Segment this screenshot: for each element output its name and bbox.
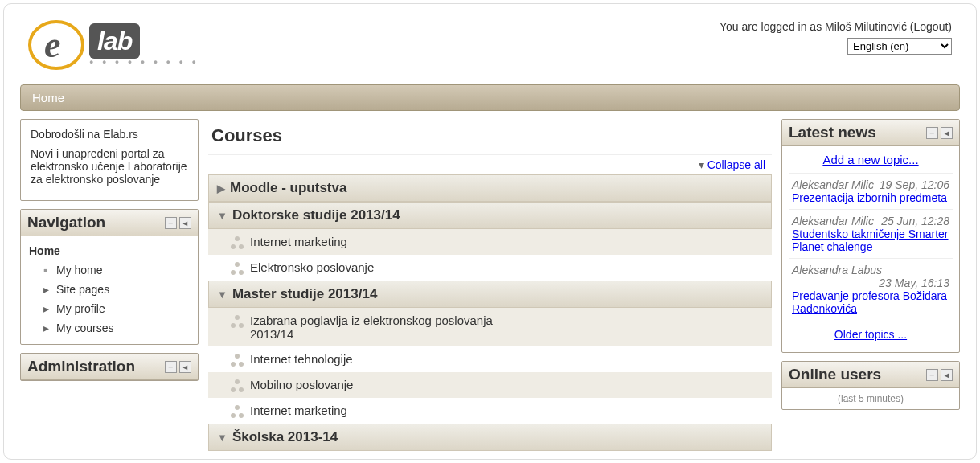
course-icon bbox=[231, 379, 244, 392]
course-icon bbox=[231, 236, 244, 249]
chevron-right-icon: ▶ bbox=[217, 182, 225, 195]
language-select[interactable]: English (en) bbox=[847, 38, 952, 55]
nav-myhome[interactable]: ▪My home bbox=[29, 260, 190, 280]
site-logo[interactable]: e lab ● ● ● ● ● ● ● ● ● bbox=[28, 12, 199, 72]
administration-title: Administration bbox=[27, 358, 135, 375]
news-item: Aleksandar Milic19 Sep, 12:06Prezentacij… bbox=[789, 173, 953, 209]
username-link[interactable]: Miloš Milutinović bbox=[825, 20, 907, 33]
news-date: 25 Jun, 12:28 bbox=[881, 215, 949, 227]
navigation-title: Navigation bbox=[27, 214, 105, 232]
logo-e-icon: e bbox=[28, 20, 84, 72]
category-label: Školska 2013-14 bbox=[232, 429, 338, 445]
dock-icon[interactable]: ◂ bbox=[179, 361, 191, 373]
news-date: 23 May, 16:13 bbox=[879, 277, 949, 289]
course-link[interactable]: Izabrana poglavlja iz elektronskog poslo… bbox=[250, 313, 507, 341]
course-row[interactable]: Internet tehnologije bbox=[208, 346, 772, 372]
course-icon bbox=[231, 262, 244, 275]
minus-icon[interactable]: − bbox=[926, 369, 938, 381]
minus-icon[interactable]: − bbox=[165, 361, 177, 373]
category-label: Master studije 2013/14 bbox=[232, 286, 377, 302]
minus-icon[interactable]: − bbox=[926, 127, 938, 139]
course-category[interactable]: ▶Moodle - uputstva bbox=[208, 174, 772, 202]
chevron-down-icon: ▼ bbox=[217, 432, 228, 444]
older-topics-link[interactable]: Older topics ... bbox=[834, 328, 907, 341]
welcome-line2: Novi i unapređeni portal za elektronsko … bbox=[31, 147, 188, 186]
course-icon bbox=[231, 354, 244, 367]
news-item: Aleksandra Labus23 May, 16:13Predavanje … bbox=[789, 258, 953, 320]
navigation-block: Navigation − ◂ Home ▪My home ▸Site pages… bbox=[20, 209, 199, 345]
category-label: Moodle - uputstva bbox=[230, 180, 346, 196]
course-link[interactable]: Elektronsko poslovanje bbox=[250, 260, 374, 274]
course-row[interactable]: Internet marketing bbox=[208, 398, 772, 424]
news-author: Aleksandra Labus bbox=[792, 264, 882, 277]
online-users-block: Online users − ◂ (last 5 minutes) bbox=[781, 361, 960, 410]
minus-icon[interactable]: − bbox=[165, 217, 177, 229]
chevron-down-icon: ▼ bbox=[217, 210, 228, 222]
online-users-title: Online users bbox=[789, 366, 881, 383]
latest-news-title: Latest news bbox=[789, 124, 876, 141]
courses-heading: Courses bbox=[208, 119, 772, 154]
breadcrumb-home[interactable]: Home bbox=[32, 91, 64, 104]
news-date: 19 Sep, 12:06 bbox=[880, 178, 949, 191]
course-category[interactable]: ▼Doktorske studije 2013/14 bbox=[208, 202, 772, 229]
news-title-link[interactable]: Predavanje profesora Božidara Radenković… bbox=[792, 289, 949, 315]
course-row[interactable]: Elektronsko poslovanje bbox=[208, 255, 772, 281]
course-icon bbox=[231, 315, 244, 328]
logo-lab-text: lab bbox=[89, 23, 140, 59]
course-row[interactable]: Internet marketing bbox=[208, 229, 772, 255]
dock-icon[interactable]: ◂ bbox=[941, 369, 953, 381]
breadcrumb-bar: Home bbox=[20, 84, 960, 111]
add-topic-link[interactable]: Add a new topic... bbox=[822, 153, 918, 166]
news-title-link[interactable]: Prezentacija izbornih predmeta bbox=[792, 191, 949, 204]
svg-text:e: e bbox=[44, 24, 60, 65]
latest-news-block: Latest news − ◂ Add a new topic... Aleks… bbox=[781, 119, 960, 353]
nav-home[interactable]: Home bbox=[29, 241, 190, 260]
news-item: Aleksandar Milic25 Jun, 12:28Studentsko … bbox=[789, 209, 953, 258]
welcome-block: Dobrodošli na Elab.rs Novi i unapređeni … bbox=[20, 119, 199, 201]
news-author: Aleksandar Milic bbox=[792, 178, 874, 191]
course-link[interactable]: Internet tehnologije bbox=[250, 352, 353, 366]
course-row[interactable]: Izabrana poglavlja iz elektronskog poslo… bbox=[208, 308, 772, 346]
dock-icon[interactable]: ◂ bbox=[179, 217, 191, 229]
course-link[interactable]: Internet marketing bbox=[250, 404, 347, 417]
course-link[interactable]: Mobilno poslovanje bbox=[250, 378, 353, 391]
online-last5: (last 5 minutes) bbox=[782, 388, 959, 409]
course-category[interactable]: ▼Školska 2013-14 bbox=[208, 424, 772, 451]
administration-block: Administration − ◂ bbox=[20, 353, 199, 381]
dock-icon[interactable]: ◂ bbox=[941, 127, 953, 139]
category-label: Doktorske studije 2013/14 bbox=[232, 207, 400, 223]
chevron-down-icon: ▼ bbox=[217, 289, 228, 301]
course-icon bbox=[231, 405, 244, 418]
logo-dots: ● ● ● ● ● ● ● ● ● bbox=[89, 58, 199, 66]
course-category[interactable]: ▼Master studije 2013/14 bbox=[208, 281, 772, 308]
nav-sitepages[interactable]: ▸Site pages bbox=[29, 280, 190, 299]
nav-mycourses[interactable]: ▸My courses bbox=[29, 318, 190, 338]
welcome-line1: Dobrodošli na Elab.rs bbox=[31, 128, 188, 141]
logout-link[interactable]: Logout bbox=[914, 20, 949, 33]
nav-myprofile[interactable]: ▸My profile bbox=[29, 299, 190, 318]
news-author: Aleksandar Milic bbox=[792, 215, 874, 227]
news-title-link[interactable]: Studentsko takmičenje Smarter Planet cha… bbox=[792, 227, 949, 253]
login-status: You are logged in as Miloš Milutinović (… bbox=[720, 20, 952, 33]
course-link[interactable]: Internet marketing bbox=[250, 235, 347, 248]
collapse-all-link[interactable]: ▾Collapse all bbox=[699, 158, 765, 171]
course-row[interactable]: Mobilno poslovanje bbox=[208, 372, 772, 398]
